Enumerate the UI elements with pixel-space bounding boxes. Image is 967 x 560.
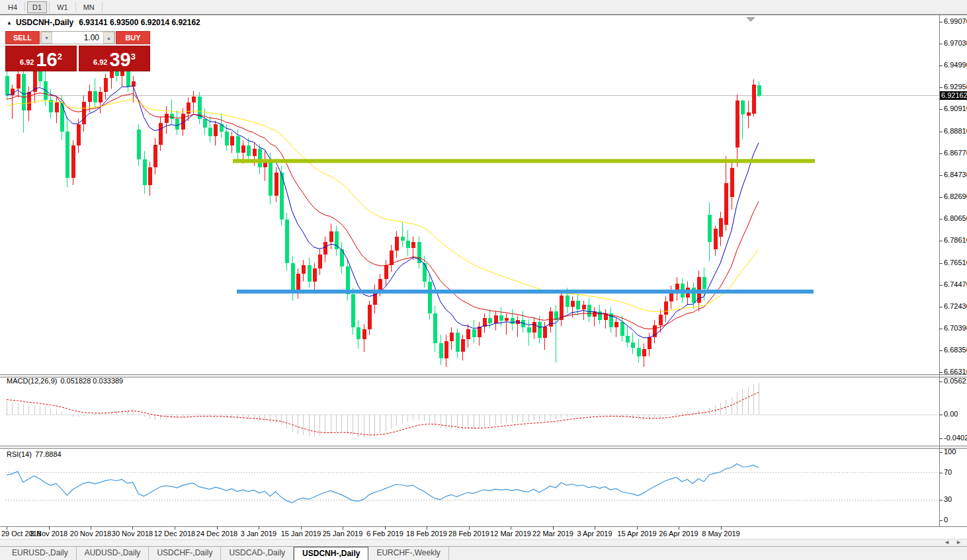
timeframe-toolbar: H4D1W1MN xyxy=(0,0,967,15)
candle xyxy=(614,318,618,337)
scroll-left-icon[interactable]: ◄ xyxy=(944,539,950,545)
buy-price-prefix: 6.92 xyxy=(93,58,107,66)
candle xyxy=(362,324,366,352)
macd-signal-line xyxy=(7,393,759,435)
candle xyxy=(165,106,169,134)
candle xyxy=(22,67,26,133)
rsi-name: RSI(14) xyxy=(7,450,32,458)
price-axis-label: 6.88810 xyxy=(944,127,967,135)
scroll-to-end-icon[interactable] xyxy=(746,17,755,22)
candle xyxy=(417,237,421,269)
candle xyxy=(175,110,179,135)
chart-tab-usdcnh-daily[interactable]: USDCNH-,Daily xyxy=(294,547,368,560)
macd-values: 0.051828 0.033389 xyxy=(60,377,123,385)
candle xyxy=(99,87,103,113)
candle xyxy=(576,294,580,315)
timeframe-button-d1[interactable]: D1 xyxy=(27,1,47,13)
chart-tab-usdcad-daily[interactable]: USDCAD-,Daily xyxy=(221,547,294,560)
candle xyxy=(752,79,756,117)
candle xyxy=(373,284,377,313)
date-axis-label: 22 Mar 2019 xyxy=(532,530,573,538)
object-marker-icon[interactable]: ▲ xyxy=(7,20,12,26)
chart-scrollbar[interactable]: ◄ ► xyxy=(0,539,967,546)
candle xyxy=(11,85,15,119)
candle xyxy=(395,231,399,258)
candle xyxy=(532,318,536,339)
ma-line-45 xyxy=(7,100,759,312)
candle xyxy=(642,343,646,367)
candle xyxy=(148,161,152,196)
timeframe-button-w1[interactable]: W1 xyxy=(52,1,73,13)
sell-price-panel[interactable]: 6.92 16 2 xyxy=(5,46,77,71)
candle xyxy=(499,307,503,326)
sell-price-point: 2 xyxy=(58,52,62,61)
candle xyxy=(71,140,75,185)
candle xyxy=(637,339,641,363)
scroll-right-icon[interactable]: ► xyxy=(956,539,962,545)
chart-canvas xyxy=(0,0,967,560)
date-axis-label: 28 Feb 2019 xyxy=(448,530,489,538)
candle xyxy=(82,95,86,132)
macd-axis-label: -0.040218 xyxy=(944,434,967,442)
price-axis-label: 6.80650 xyxy=(944,214,967,222)
timeframe-button-h4[interactable]: H4 xyxy=(3,1,22,13)
price-axis-label: 6.92950 xyxy=(944,83,967,91)
candle xyxy=(384,260,388,286)
toolbar-separator xyxy=(49,2,50,12)
toolbar-separator xyxy=(102,2,103,12)
buy-price-panel[interactable]: 6.92 39 3 xyxy=(79,46,150,71)
sell-button[interactable]: SELL xyxy=(5,31,40,44)
volume-input[interactable]: 1.00 xyxy=(52,32,103,44)
volume-decrease-icon[interactable]: ▼ xyxy=(41,32,52,44)
candle xyxy=(329,223,333,249)
chart-ohlc-values: 6.93141 6.93500 6.92014 6.92162 xyxy=(79,18,200,27)
price-axis-label: 6.99070 xyxy=(944,17,967,25)
date-axis-label: 25 Jan 2019 xyxy=(323,530,363,538)
buy-price-point: 3 xyxy=(131,52,136,61)
sell-price-pips: 16 xyxy=(36,50,57,69)
candle xyxy=(692,282,696,309)
price-axis-label: 6.76510 xyxy=(944,259,967,266)
price-axis-label: 6.74470 xyxy=(944,280,967,288)
volume-stepper: ▼ 1.00 ▲ xyxy=(40,31,115,44)
candle xyxy=(132,76,136,102)
candle xyxy=(230,132,234,153)
candle xyxy=(587,298,591,322)
candle xyxy=(714,225,718,255)
candle xyxy=(466,324,470,348)
candle xyxy=(274,167,278,202)
rsi-value: 77.8884 xyxy=(35,450,62,458)
candle xyxy=(439,335,443,364)
price-axis-label: 6.97030 xyxy=(944,39,967,47)
volume-increase-icon[interactable]: ▲ xyxy=(103,32,114,44)
date-axis-label: 8 May 2019 xyxy=(702,530,739,538)
buy-button[interactable]: BUY xyxy=(116,31,150,44)
candle xyxy=(609,307,613,333)
macd-axis-label: 0.00 xyxy=(944,410,958,418)
chart-tab-eurchf-weekly[interactable]: EURCHF-,Weekly xyxy=(368,547,448,560)
date-axis-label: 20 Nov 2018 xyxy=(70,530,111,538)
chart-tab-audusd-daily[interactable]: AUDUSD-,Daily xyxy=(77,547,149,560)
current-price-tag: 6.92162 xyxy=(940,91,967,100)
timeframe-button-mn[interactable]: MN xyxy=(78,1,100,13)
candle xyxy=(675,277,679,301)
rsi-pane-label: RSI(14)77.8884 xyxy=(7,450,62,458)
price-axis-label: 6.78610 xyxy=(944,236,967,244)
price-axis-label: 6.72430 xyxy=(944,302,967,310)
chart-tab-eurusd-daily[interactable]: EURUSD-,Daily xyxy=(4,547,77,560)
candle xyxy=(620,315,624,341)
candle xyxy=(401,223,405,247)
mt4-window: H4D1W1MN ▲USDCNH-,Daily6.93141 6.93500 6… xyxy=(0,0,967,560)
price-axis-label: 6.86770 xyxy=(944,149,967,157)
candle xyxy=(368,301,372,335)
chart-symbol-period: USDCNH-,Daily xyxy=(16,18,73,27)
macd-axis-label: 0.056211 xyxy=(944,377,967,385)
candle xyxy=(724,156,728,231)
candle xyxy=(137,124,141,166)
chart-tab-usdchf-daily[interactable]: USDCHF-,Daily xyxy=(149,547,221,560)
ma-lines-layer xyxy=(7,86,759,338)
candle xyxy=(450,327,454,350)
candle xyxy=(302,260,306,281)
rsi-axis-label: 30 xyxy=(944,495,952,503)
ma-line-20 xyxy=(7,93,759,329)
